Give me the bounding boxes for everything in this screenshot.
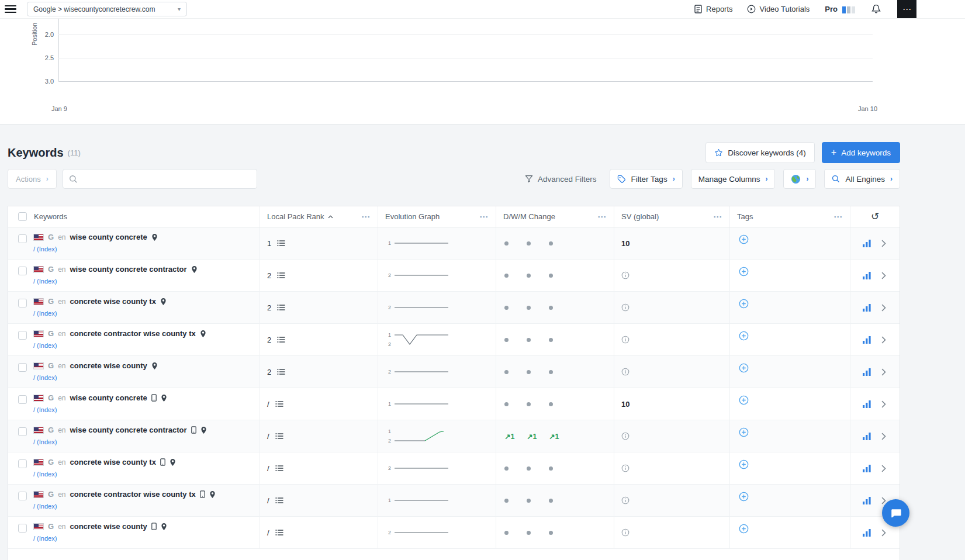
row-expand-chevron[interactable] xyxy=(881,433,886,440)
ranking-history-button[interactable] xyxy=(863,368,871,376)
add-tag-button[interactable] xyxy=(739,363,749,373)
video-tutorials-button[interactable]: Video Tutorials xyxy=(747,5,810,13)
add-tag-button[interactable] xyxy=(739,524,749,534)
keyword-text[interactable]: wise county concrete contractor xyxy=(70,265,186,274)
ranking-history-button[interactable] xyxy=(863,240,871,247)
row-checkbox[interactable] xyxy=(18,363,27,372)
keyword-text[interactable]: concrete wise county xyxy=(70,522,147,531)
reset-columns-icon[interactable]: ↺ xyxy=(871,210,879,223)
serp-list-icon[interactable] xyxy=(275,529,283,536)
serp-list-icon[interactable] xyxy=(277,368,285,375)
evolution-graph-cell[interactable]: 2 xyxy=(378,452,496,484)
chat-launcher-button[interactable] xyxy=(882,499,909,527)
sv-info-icon[interactable] xyxy=(621,271,630,279)
sv-info-icon[interactable] xyxy=(621,464,630,472)
serp-list-icon[interactable] xyxy=(277,336,285,343)
row-expand-chevron[interactable] xyxy=(881,336,886,344)
evolution-graph-cell[interactable]: 12 xyxy=(378,324,496,355)
add-tag-button[interactable] xyxy=(739,395,749,405)
serp-list-icon[interactable] xyxy=(277,272,285,279)
ranking-history-button[interactable] xyxy=(863,529,871,537)
filter-tags-button[interactable]: Filter Tags › xyxy=(610,169,683,189)
evolution-graph-cell[interactable]: 12 xyxy=(378,420,496,452)
keyword-text[interactable]: wise county concrete xyxy=(70,393,147,402)
manage-columns-button[interactable]: Manage Columns › xyxy=(691,169,776,189)
serp-list-icon[interactable] xyxy=(275,497,283,504)
evolution-graph-cell[interactable]: 2 xyxy=(378,356,496,388)
search-input[interactable] xyxy=(82,175,251,184)
add-tag-button[interactable] xyxy=(739,331,749,341)
add-tag-button[interactable] xyxy=(739,459,749,469)
ranking-history-button[interactable] xyxy=(863,304,871,312)
keyword-url-link[interactable]: / (Index) xyxy=(33,503,57,510)
discover-keywords-button[interactable]: Discover keywords (4) xyxy=(705,142,815,163)
row-expand-chevron[interactable] xyxy=(881,272,886,279)
row-checkbox[interactable] xyxy=(18,524,27,533)
add-tag-button[interactable] xyxy=(739,427,749,437)
more-menu-button[interactable]: ⋯ xyxy=(897,0,916,18)
keyword-text[interactable]: concrete wise county tx xyxy=(70,297,155,306)
reports-button[interactable]: Reports xyxy=(694,5,733,13)
keyword-url-link[interactable]: / (Index) xyxy=(33,471,57,478)
ranking-history-button[interactable] xyxy=(863,465,871,472)
row-checkbox[interactable] xyxy=(18,395,27,404)
evolution-graph-cell[interactable]: 2 xyxy=(378,292,496,323)
column-menu-icon[interactable]: ⋯ xyxy=(713,212,722,222)
sv-info-icon[interactable] xyxy=(621,336,630,344)
header-local-pack-rank[interactable]: Local Pack Rank ⋯ xyxy=(260,206,378,227)
column-menu-icon[interactable]: ⋯ xyxy=(479,212,489,222)
actions-button[interactable]: Actions › xyxy=(8,169,57,189)
row-checkbox[interactable] xyxy=(18,492,27,500)
row-checkbox[interactable] xyxy=(18,234,27,243)
serp-list-icon[interactable] xyxy=(275,400,283,407)
add-tag-button[interactable] xyxy=(739,299,749,309)
keyword-url-link[interactable]: / (Index) xyxy=(33,535,57,542)
keyword-text[interactable]: wise county concrete xyxy=(70,233,147,241)
keyword-url-link[interactable]: / (Index) xyxy=(33,342,57,349)
sv-info-icon[interactable] xyxy=(621,496,630,504)
location-filter-button[interactable]: › xyxy=(783,169,816,189)
row-checkbox[interactable] xyxy=(18,459,27,468)
evolution-graph-cell[interactable]: 2 xyxy=(378,260,496,291)
keyword-url-link[interactable]: / (Index) xyxy=(33,374,57,381)
evolution-graph-cell[interactable]: 1 xyxy=(378,227,496,259)
all-engines-button[interactable]: All Engines › xyxy=(824,169,900,189)
serp-list-icon[interactable] xyxy=(277,304,285,311)
ranking-history-button[interactable] xyxy=(863,400,871,408)
keyword-url-link[interactable]: / (Index) xyxy=(33,278,57,285)
add-tag-button[interactable] xyxy=(739,234,749,244)
add-tag-button[interactable] xyxy=(739,267,749,276)
keyword-text[interactable]: concrete wise county tx xyxy=(70,458,155,466)
ranking-history-button[interactable] xyxy=(863,433,871,440)
row-expand-chevron[interactable] xyxy=(881,529,886,537)
row-expand-chevron[interactable] xyxy=(881,400,886,408)
select-all-checkbox[interactable] xyxy=(18,212,27,221)
sv-info-icon[interactable] xyxy=(621,528,630,537)
row-expand-chevron[interactable] xyxy=(881,240,886,247)
sv-info-icon[interactable] xyxy=(621,432,630,440)
row-expand-chevron[interactable] xyxy=(881,368,886,376)
sv-info-icon[interactable] xyxy=(621,368,630,376)
project-selector[interactable]: Google > wisecountyconcretecrew.com ▾ xyxy=(27,2,187,16)
sv-info-icon[interactable] xyxy=(621,303,630,312)
column-menu-icon[interactable]: ⋯ xyxy=(597,212,607,222)
advanced-filters-button[interactable]: Advanced Filters xyxy=(525,175,597,184)
add-keywords-button[interactable]: + Add keywords xyxy=(822,142,900,163)
serp-list-icon[interactable] xyxy=(277,240,285,247)
ranking-history-button[interactable] xyxy=(863,272,871,279)
row-expand-chevron[interactable] xyxy=(881,304,886,312)
column-menu-icon[interactable]: ⋯ xyxy=(833,212,843,222)
keyword-text[interactable]: concrete contractor wise county tx xyxy=(70,329,195,338)
ranking-history-button[interactable] xyxy=(863,497,871,504)
keyword-url-link[interactable]: / (Index) xyxy=(33,246,57,253)
usage-meter-icon[interactable] xyxy=(842,5,855,13)
serp-list-icon[interactable] xyxy=(275,433,283,440)
row-checkbox[interactable] xyxy=(18,267,27,275)
hamburger-menu-icon[interactable] xyxy=(5,5,16,13)
ranking-history-button[interactable] xyxy=(863,336,871,344)
notifications-bell-icon[interactable] xyxy=(871,4,881,14)
keyword-url-link[interactable]: / (Index) xyxy=(33,310,57,317)
keyword-url-link[interactable]: / (Index) xyxy=(33,438,57,445)
row-expand-chevron[interactable] xyxy=(881,465,886,472)
row-checkbox[interactable] xyxy=(18,299,27,307)
